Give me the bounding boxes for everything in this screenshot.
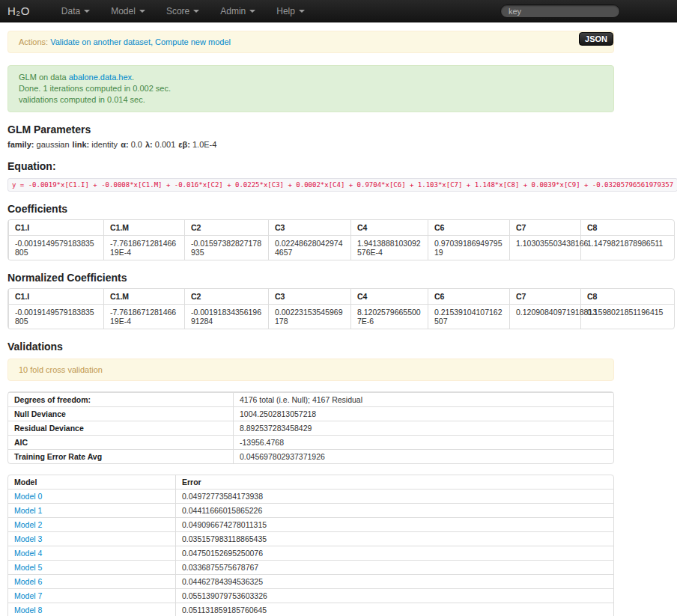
model-row: Model 0 0.04972773584173938 bbox=[8, 489, 613, 503]
model-row: Model 1 0.04411666015865226 bbox=[8, 503, 613, 517]
coefficients-column-header: C8 bbox=[580, 220, 674, 235]
model-link[interactable]: Model 2 bbox=[14, 520, 42, 529]
status-line-3: validations computed in 0.014 sec. bbox=[19, 94, 603, 106]
error-column-header: Error bbox=[175, 475, 613, 489]
normalized-coefficients-column-header: C7 bbox=[509, 289, 580, 304]
normalized-coefficient-value: 0.21539104107162507 bbox=[428, 304, 509, 329]
glm-parameter-value: identity bbox=[91, 140, 118, 149]
chevron-down-icon bbox=[84, 10, 90, 13]
validations-heading: Validations bbox=[7, 341, 614, 353]
validation-stat-value: 0.045697802937371926 bbox=[233, 449, 613, 463]
nav-menu-label: Help bbox=[276, 6, 295, 16]
nav-menu-item[interactable]: Model bbox=[100, 0, 156, 22]
validation-stat-label: Null Deviance bbox=[8, 406, 233, 421]
validation-stats-table: Degrees of freedom: 4176 total (i.e. Nul… bbox=[7, 391, 614, 464]
normalized-coefficients-column-header: C1.I bbox=[8, 289, 103, 304]
model-row: Model 7 0.055139079753603326 bbox=[8, 588, 613, 603]
model-error-value: 0.049096674278011315 bbox=[175, 517, 613, 531]
models-column-header: Model bbox=[8, 475, 175, 489]
json-button[interactable]: JSON bbox=[579, 32, 613, 46]
coefficients-column-header: C1.I bbox=[8, 220, 103, 235]
coefficients-column-header: C6 bbox=[428, 220, 509, 235]
model-row: Model 6 0.04462784394536325 bbox=[8, 574, 613, 588]
normalized-coefficients-table-wrap: C1.IC1.MC2C3C4C6C7C8 -0.0019149579183835… bbox=[7, 288, 677, 329]
chevron-down-icon bbox=[299, 10, 305, 13]
glm-parameter: λ: 0.001 bbox=[145, 140, 178, 149]
action-link[interactable]: Validate on another dataset bbox=[50, 37, 151, 46]
normalized-coefficient-value: -7.761867128146619E-4 bbox=[103, 304, 184, 329]
glm-parameter: α: 0.0 bbox=[121, 140, 145, 149]
model-link[interactable]: Model 0 bbox=[14, 492, 42, 501]
status-line1-suffix: . bbox=[132, 73, 134, 82]
model-link[interactable]: Model 1 bbox=[14, 506, 42, 515]
coefficient-value: -0.01597382827178935 bbox=[184, 235, 268, 260]
nav-menu-item[interactable]: Help bbox=[266, 0, 315, 22]
validation-stat-label: AIC bbox=[8, 435, 233, 449]
status-line-1: GLM on data abalone.data.hex. bbox=[19, 72, 603, 83]
normalized-coefficients-column-header: C6 bbox=[428, 289, 509, 304]
actions-links: Validate on another datasetCompute new m… bbox=[50, 37, 231, 46]
glm-parameter-label: α: bbox=[121, 140, 128, 149]
normalized-coefficient-value: 0.12090840971918813 bbox=[509, 304, 580, 329]
validation-stat-row: Training Error Rate Avg 0.04569780293737… bbox=[8, 449, 613, 463]
glm-parameter-label: link: bbox=[73, 140, 90, 149]
model-link[interactable]: Model 5 bbox=[14, 563, 42, 572]
h2o-logo[interactable]: H₂O bbox=[7, 4, 30, 17]
dataset-link[interactable]: abalone.data.hex bbox=[69, 73, 132, 82]
validation-stat-row: Residual Deviance 8.892537283458429 bbox=[8, 421, 613, 435]
nav-menu-item[interactable]: Data bbox=[51, 0, 100, 22]
coefficient-value: -0.0019149579183835805 bbox=[8, 235, 103, 260]
coefficients-column-header: C4 bbox=[350, 220, 428, 235]
model-link[interactable]: Model 8 bbox=[14, 606, 42, 615]
normalized-coefficients-column-header: C4 bbox=[350, 289, 428, 304]
validation-stat-label: Training Error Rate Avg bbox=[8, 449, 233, 463]
key-search-input[interactable] bbox=[500, 4, 620, 18]
validation-stat-row: Null Deviance 1004.2502813057218 bbox=[8, 406, 613, 421]
validation-stat-row: Degrees of freedom: 4176 total (i.e. Nul… bbox=[8, 392, 613, 406]
model-row: Model 5 0.0336875575678767 bbox=[8, 560, 613, 574]
model-link[interactable]: Model 4 bbox=[14, 549, 42, 558]
validation-stat-row: AIC -13956.4768 bbox=[8, 435, 613, 449]
nav-menu-item[interactable]: Admin bbox=[210, 0, 266, 22]
normalized-coefficients-column-header: C2 bbox=[184, 289, 268, 304]
model-error-value: 0.04972773584173938 bbox=[175, 489, 613, 503]
normalized-coefficients-table: C1.IC1.MC2C3C4C6C7C8 -0.0019149579183835… bbox=[7, 288, 675, 329]
coefficient-value: -7.761867128146619E-4 bbox=[103, 235, 184, 260]
validation-stat-value: 8.892537283458429 bbox=[233, 421, 613, 435]
main-content: Actions: Validate on another datasetComp… bbox=[7, 31, 614, 616]
glm-parameter-label: εβ: bbox=[178, 140, 190, 149]
glm-parameter-label: family: bbox=[7, 140, 34, 149]
coefficients-column-header: C1.M bbox=[103, 220, 184, 235]
chevron-down-icon bbox=[249, 10, 255, 13]
normalized-coefficients-column-header: C8 bbox=[580, 289, 674, 304]
coefficient-value: 1.103035503438166 bbox=[509, 235, 580, 260]
model-error-value: 0.035157983118865435 bbox=[175, 531, 613, 546]
model-link[interactable]: Model 3 bbox=[14, 534, 42, 543]
normalized-coefficient-value: -0.0019183435619691284 bbox=[184, 304, 268, 329]
cross-validation-note: 10 fold cross validation bbox=[7, 359, 614, 381]
normalized-coefficient-value: 8.12025796655007E-6 bbox=[350, 304, 428, 329]
normalized-coefficients-column-header: C3 bbox=[268, 289, 350, 304]
model-error-value: 0.04750152695250076 bbox=[175, 546, 613, 560]
coefficients-table-wrap: C1.IC1.MC2C3C4C6C7C8 -0.0019149579183835… bbox=[7, 219, 677, 260]
validation-stat-label: Residual Deviance bbox=[8, 421, 233, 435]
coefficients-heading: Coefficients bbox=[7, 203, 614, 215]
glm-parameters-line: family: gaussianlink: identityα: 0.0λ: 0… bbox=[7, 140, 614, 149]
nav-menu-item[interactable]: Score bbox=[156, 0, 210, 22]
normalized-coefficient-value: 0.1598021851196415 bbox=[580, 304, 674, 329]
model-link[interactable]: Model 6 bbox=[14, 577, 42, 586]
nav-menu-label: Admin bbox=[220, 6, 246, 16]
validation-stat-value: -13956.4768 bbox=[233, 435, 613, 449]
glm-parameter: εβ: 1.0E-4 bbox=[178, 140, 219, 149]
normalized-coefficients-column-header: C1.M bbox=[103, 289, 184, 304]
action-link[interactable]: Compute new model bbox=[151, 37, 231, 46]
equation-code: y = -0.0019*x[C1.I] + -0.0008*x[C1.M] + … bbox=[7, 178, 677, 192]
model-link[interactable]: Model 7 bbox=[14, 591, 42, 600]
model-error-value: 0.04411666015865226 bbox=[175, 503, 613, 517]
glm-parameter-value: 0.001 bbox=[155, 140, 176, 149]
glm-parameter-value: 0.0 bbox=[131, 140, 142, 149]
validation-stat-label: Degrees of freedom: bbox=[8, 392, 233, 406]
models-table: Model Error Model 0 0.04972773584173938 … bbox=[7, 475, 614, 616]
coefficient-value: 1.9413888103092576E-4 bbox=[350, 235, 428, 260]
nav-menu-label: Model bbox=[111, 6, 136, 16]
